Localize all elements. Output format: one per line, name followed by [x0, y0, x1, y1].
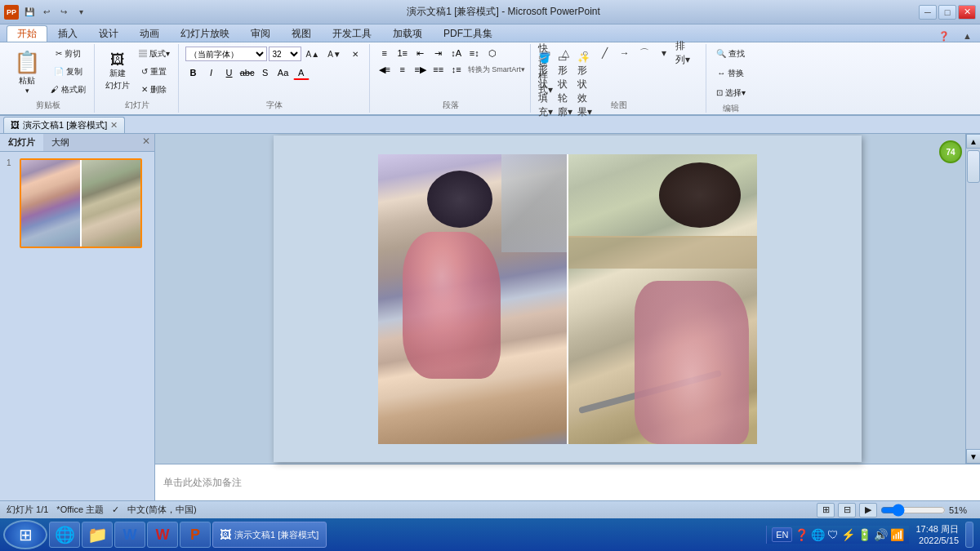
zoom-slider[interactable] — [880, 504, 946, 516]
number-list-button[interactable]: 1≡ — [394, 46, 411, 60]
spacing-button[interactable]: Aa — [275, 65, 292, 80]
customize-quick-btn[interactable]: ▾ — [74, 5, 88, 20]
tab-slideshow[interactable]: 幻灯片放映 — [170, 25, 240, 42]
scroll-thumb[interactable] — [967, 150, 980, 183]
paste-button[interactable]: 📋 粘贴 ▾ — [8, 46, 46, 98]
shape-fill-button[interactable]: 🪣形状填充▾ — [537, 78, 555, 93]
tab-review[interactable]: 审阅 — [240, 25, 281, 42]
quick-access-toolbar: 💾 ↩ ↪ ▾ — [22, 5, 88, 20]
taskbar-wps[interactable]: W — [147, 522, 178, 548]
arrange-button[interactable]: 排列▾ — [675, 46, 693, 60]
tray-network-icon[interactable]: 🌐 — [811, 528, 825, 541]
close-button[interactable]: ✕ — [958, 5, 976, 20]
bold-button[interactable]: B — [185, 65, 202, 80]
align-left-button[interactable]: ◀≡ — [376, 62, 393, 77]
slide-content[interactable] — [274, 136, 862, 462]
shapes-more[interactable]: ▾ — [655, 46, 673, 60]
arrow-tool[interactable]: → — [616, 46, 634, 60]
align-center-button[interactable]: ≡ — [394, 62, 411, 77]
strikethrough-button[interactable]: abc — [239, 65, 256, 80]
scroll-down-button[interactable]: ▼ — [966, 449, 980, 464]
connector-tool[interactable]: ⌒ — [635, 46, 653, 60]
system-clock[interactable]: 17:48 周日 2022/5/15 — [912, 523, 962, 547]
tray-usb-icon[interactable]: ⚡ — [841, 528, 855, 541]
find-button[interactable]: 🔍 查找 — [713, 46, 749, 62]
minimize-button[interactable]: ─ — [919, 5, 937, 20]
slides-buttons: 🖼 新建 幻灯片 ▤ 版式▾ ↺ 重置 ✕ 删除 — [101, 46, 173, 98]
undo-quick-btn[interactable]: ↩ — [39, 5, 54, 20]
slide-sorter-button[interactable]: ⊟ — [838, 503, 856, 518]
clear-format-button[interactable]: ✕ — [346, 46, 364, 62]
taskbar-ppt-btn[interactable]: P — [180, 522, 211, 548]
select-button[interactable]: ⊡ 选择▾ — [713, 85, 749, 101]
font-size-select[interactable]: 32 — [269, 47, 301, 61]
align-right-button[interactable]: ≡▶ — [412, 62, 429, 77]
font-name-select[interactable]: （当前字体） — [185, 47, 267, 61]
taskbar-ie[interactable]: 🌐 — [49, 522, 80, 548]
copy-button[interactable]: 📄 复制 — [47, 64, 89, 80]
reset-button[interactable]: ↺ 重置 — [136, 64, 173, 80]
bullet-list-button[interactable]: ≡ — [376, 46, 393, 60]
line-spacing-button[interactable]: ↕≡ — [448, 62, 465, 77]
start-button[interactable]: ⊞ — [3, 520, 47, 549]
shape-effect-button[interactable]: ✨形状效果▾ — [577, 78, 595, 93]
notes-area[interactable]: 单击此处添加备注 — [155, 464, 980, 500]
italic-button[interactable]: I — [203, 65, 220, 80]
decrease-indent-button[interactable]: ⇤ — [412, 46, 429, 60]
tab-animation[interactable]: 动画 — [129, 25, 170, 42]
replace-button[interactable]: ↔ 替换 — [713, 65, 749, 82]
vertical-scrollbar[interactable]: ▲ ▼ — [965, 134, 980, 464]
tab-start[interactable]: 开始 — [7, 25, 47, 42]
restore-button[interactable]: □ — [938, 5, 956, 20]
slide-canvas[interactable]: 74 — [155, 134, 980, 464]
normal-view-button[interactable]: ⊞ — [817, 503, 835, 518]
font-shrink-button[interactable]: A▼ — [324, 46, 345, 62]
shadow-button[interactable]: S — [257, 65, 274, 80]
panel-close-button[interactable]: ✕ — [138, 134, 154, 151]
tab-developer[interactable]: 开发工具 — [322, 25, 382, 42]
slides-tab[interactable]: 幻灯片 — [0, 134, 43, 151]
text-direction-button[interactable]: ↕A — [448, 46, 465, 60]
tab-pdf[interactable]: PDF工具集 — [433, 25, 503, 42]
underline-button[interactable]: U — [221, 65, 238, 80]
align-justify-button[interactable]: ≡≡ — [430, 62, 447, 77]
layout-button[interactable]: ▤ 版式▾ — [136, 46, 173, 62]
line-tool[interactable]: ╱ — [596, 46, 614, 60]
new-slide-button[interactable]: 🖼 新建 幻灯片 — [101, 50, 134, 94]
shape-outline-button[interactable]: ▭形状轮廓▾ — [557, 78, 575, 93]
new-slide-sublabel: 幻灯片 — [105, 80, 130, 91]
increase-indent-button[interactable]: ⇥ — [430, 46, 447, 60]
help-button[interactable]: ❓ — [933, 31, 955, 42]
tray-signal-icon[interactable]: 📶 — [890, 528, 904, 541]
ribbon-minimize-button[interactable]: ▲ — [958, 31, 977, 42]
doc-tab-close[interactable]: ✕ — [110, 120, 118, 131]
show-desktop-button[interactable] — [965, 522, 973, 548]
tray-security-icon[interactable]: 🛡 — [827, 528, 839, 541]
tab-view[interactable]: 视图 — [281, 25, 322, 42]
tab-insert[interactable]: 插入 — [47, 25, 88, 42]
slide-thumbnail[interactable] — [20, 158, 142, 248]
taskbar-word[interactable]: W — [114, 522, 145, 548]
smartart-button[interactable]: ⬡ — [484, 46, 501, 60]
tray-help-icon[interactable]: ❓ — [795, 528, 808, 541]
delete-button[interactable]: ✕ 删除 — [136, 82, 173, 98]
tray-volume-icon[interactable]: 🔊 — [874, 528, 888, 541]
tab-addins[interactable]: 加载项 — [382, 25, 433, 42]
font-grow-button[interactable]: A▲ — [303, 46, 323, 62]
taskbar-explorer[interactable]: 📁 — [82, 522, 113, 548]
font-format-row: B I U abc S Aa A — [185, 65, 364, 80]
font-color-button[interactable]: A — [293, 65, 310, 80]
save-quick-btn[interactable]: 💾 — [22, 5, 37, 20]
active-app-button[interactable]: 🖼 演示文稿1 [兼容模式] — [212, 522, 327, 548]
redo-quick-btn[interactable]: ↪ — [56, 5, 71, 20]
document-tab[interactable]: 🖼 演示文稿1 [兼容模式] ✕ — [3, 117, 125, 133]
tab-design[interactable]: 设计 — [88, 25, 129, 42]
text-align-button[interactable]: ≡↕ — [466, 46, 483, 60]
format-painter-button[interactable]: 🖌 格式刷 — [47, 82, 89, 98]
slideshow-view-button[interactable]: ▶ — [859, 503, 877, 518]
scroll-up-button[interactable]: ▲ — [966, 134, 980, 149]
tray-battery-icon[interactable]: 🔋 — [858, 528, 871, 541]
outline-tab[interactable]: 大纲 — [43, 134, 78, 151]
language-indicator[interactable]: EN — [772, 527, 792, 542]
cut-button[interactable]: ✂ 剪切 — [47, 46, 89, 62]
